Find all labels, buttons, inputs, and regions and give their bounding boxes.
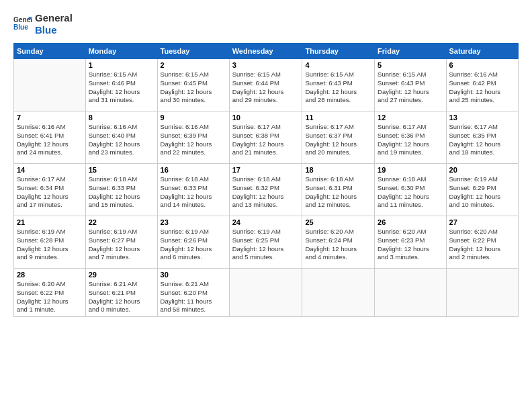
day-number: 17: [232, 166, 300, 174]
weekday-header-sunday: Sunday: [14, 44, 86, 59]
day-info: Sunrise: 6:17 AM Sunset: 6:38 PM Dayligh…: [232, 123, 300, 157]
day-cell: 14Sunrise: 6:17 AM Sunset: 6:34 PM Dayli…: [14, 164, 86, 216]
day-info: Sunrise: 6:15 AM Sunset: 6:43 PM Dayligh…: [305, 71, 371, 105]
day-number: 6: [449, 61, 515, 69]
day-cell: 16Sunrise: 6:18 AM Sunset: 6:33 PM Dayli…: [157, 164, 229, 216]
day-info: Sunrise: 6:19 AM Sunset: 6:29 PM Dayligh…: [449, 175, 515, 210]
day-number: 22: [89, 218, 154, 226]
day-number: 16: [161, 166, 226, 174]
day-cell: 8Sunrise: 6:16 AM Sunset: 6:40 PM Daylig…: [85, 111, 157, 164]
day-cell: 27Sunrise: 6:20 AM Sunset: 6:22 PM Dayli…: [446, 216, 518, 269]
day-cell: 15Sunrise: 6:18 AM Sunset: 6:33 PM Dayli…: [85, 164, 157, 216]
day-number: 12: [378, 113, 443, 122]
day-number: 1: [89, 61, 154, 69]
day-cell: [446, 269, 518, 317]
day-number: 13: [449, 113, 515, 122]
logo-icon: General Blue: [13, 15, 32, 34]
day-cell: 4Sunrise: 6:15 AM Sunset: 6:43 PM Daylig…: [302, 59, 375, 111]
week-row-2: 7Sunrise: 6:16 AM Sunset: 6:41 PM Daylig…: [14, 111, 519, 164]
day-number: 8: [89, 113, 154, 122]
day-cell: 28Sunrise: 6:20 AM Sunset: 6:22 PM Dayli…: [14, 269, 86, 317]
day-info: Sunrise: 6:21 AM Sunset: 6:20 PM Dayligh…: [161, 280, 226, 314]
day-cell: 5Sunrise: 6:15 AM Sunset: 6:43 PM Daylig…: [375, 59, 446, 111]
week-row-5: 28Sunrise: 6:20 AM Sunset: 6:22 PM Dayli…: [14, 269, 519, 317]
day-info: Sunrise: 6:18 AM Sunset: 6:30 PM Dayligh…: [378, 175, 443, 210]
day-number: 20: [449, 166, 515, 174]
day-info: Sunrise: 6:17 AM Sunset: 6:35 PM Dayligh…: [449, 123, 515, 157]
week-row-1: 1Sunrise: 6:15 AM Sunset: 6:46 PM Daylig…: [14, 59, 519, 111]
day-cell: 10Sunrise: 6:17 AM Sunset: 6:38 PM Dayli…: [229, 111, 302, 164]
day-number: 5: [378, 61, 443, 69]
week-row-4: 21Sunrise: 6:19 AM Sunset: 6:28 PM Dayli…: [14, 216, 519, 269]
day-number: 23: [161, 218, 226, 226]
weekday-header-thursday: Thursday: [302, 44, 375, 59]
day-cell: 17Sunrise: 6:18 AM Sunset: 6:32 PM Dayli…: [229, 164, 302, 216]
day-cell: 19Sunrise: 6:18 AM Sunset: 6:30 PM Dayli…: [375, 164, 446, 216]
day-cell: [302, 269, 375, 317]
logo-blue: Blue: [35, 24, 73, 36]
day-cell: 13Sunrise: 6:17 AM Sunset: 6:35 PM Dayli…: [446, 111, 518, 164]
calendar-table: SundayMondayTuesdayWednesdayThursdayFrid…: [13, 43, 519, 317]
day-cell: [14, 59, 86, 111]
day-number: 19: [378, 166, 443, 174]
day-info: Sunrise: 6:18 AM Sunset: 6:33 PM Dayligh…: [161, 175, 226, 210]
day-cell: 2Sunrise: 6:15 AM Sunset: 6:45 PM Daylig…: [157, 59, 229, 111]
day-cell: 26Sunrise: 6:20 AM Sunset: 6:23 PM Dayli…: [375, 216, 446, 269]
logo-general: General: [35, 12, 73, 24]
day-cell: 21Sunrise: 6:19 AM Sunset: 6:28 PM Dayli…: [14, 216, 86, 269]
day-info: Sunrise: 6:17 AM Sunset: 6:34 PM Dayligh…: [17, 175, 83, 210]
day-info: Sunrise: 6:19 AM Sunset: 6:28 PM Dayligh…: [17, 228, 83, 262]
day-info: Sunrise: 6:19 AM Sunset: 6:27 PM Dayligh…: [89, 228, 154, 262]
day-number: 24: [232, 218, 300, 226]
day-info: Sunrise: 6:16 AM Sunset: 6:41 PM Dayligh…: [17, 123, 83, 157]
weekday-header-wednesday: Wednesday: [229, 44, 302, 59]
day-info: Sunrise: 6:20 AM Sunset: 6:24 PM Dayligh…: [305, 228, 371, 262]
day-number: 25: [305, 218, 371, 226]
weekday-header-monday: Monday: [85, 44, 157, 59]
day-info: Sunrise: 6:16 AM Sunset: 6:39 PM Dayligh…: [161, 123, 226, 157]
day-cell: 7Sunrise: 6:16 AM Sunset: 6:41 PM Daylig…: [14, 111, 86, 164]
weekday-header-friday: Friday: [375, 44, 446, 59]
day-number: 11: [305, 113, 371, 122]
day-cell: 6Sunrise: 6:16 AM Sunset: 6:42 PM Daylig…: [446, 59, 518, 111]
day-number: 21: [17, 218, 83, 226]
day-cell: 1Sunrise: 6:15 AM Sunset: 6:46 PM Daylig…: [85, 59, 157, 111]
day-cell: 20Sunrise: 6:19 AM Sunset: 6:29 PM Dayli…: [446, 164, 518, 216]
day-info: Sunrise: 6:21 AM Sunset: 6:21 PM Dayligh…: [89, 280, 154, 314]
day-info: Sunrise: 6:18 AM Sunset: 6:31 PM Dayligh…: [305, 175, 371, 210]
svg-text:Blue: Blue: [13, 24, 28, 31]
day-number: 28: [17, 271, 83, 279]
day-number: 18: [305, 166, 371, 174]
day-info: Sunrise: 6:20 AM Sunset: 6:23 PM Dayligh…: [378, 228, 443, 262]
logo: General Blue General Blue: [13, 12, 73, 36]
weekday-header-row: SundayMondayTuesdayWednesdayThursdayFrid…: [14, 44, 519, 59]
day-cell: 12Sunrise: 6:17 AM Sunset: 6:36 PM Dayli…: [375, 111, 446, 164]
day-number: 26: [378, 218, 443, 226]
day-cell: 22Sunrise: 6:19 AM Sunset: 6:27 PM Dayli…: [85, 216, 157, 269]
header: General Blue General Blue: [13, 12, 519, 36]
weekday-header-saturday: Saturday: [446, 44, 518, 59]
day-info: Sunrise: 6:15 AM Sunset: 6:44 PM Dayligh…: [232, 71, 300, 105]
day-info: Sunrise: 6:17 AM Sunset: 6:37 PM Dayligh…: [305, 123, 371, 157]
day-cell: 24Sunrise: 6:19 AM Sunset: 6:25 PM Dayli…: [229, 216, 302, 269]
day-cell: 30Sunrise: 6:21 AM Sunset: 6:20 PM Dayli…: [157, 269, 229, 317]
day-number: 2: [161, 61, 226, 69]
day-cell: 3Sunrise: 6:15 AM Sunset: 6:44 PM Daylig…: [229, 59, 302, 111]
week-row-3: 14Sunrise: 6:17 AM Sunset: 6:34 PM Dayli…: [14, 164, 519, 216]
day-info: Sunrise: 6:19 AM Sunset: 6:25 PM Dayligh…: [232, 228, 300, 262]
day-cell: 29Sunrise: 6:21 AM Sunset: 6:21 PM Dayli…: [85, 269, 157, 317]
day-info: Sunrise: 6:15 AM Sunset: 6:43 PM Dayligh…: [378, 71, 443, 105]
day-cell: [229, 269, 302, 317]
day-number: 10: [232, 113, 300, 122]
day-cell: 18Sunrise: 6:18 AM Sunset: 6:31 PM Dayli…: [302, 164, 375, 216]
day-info: Sunrise: 6:18 AM Sunset: 6:33 PM Dayligh…: [89, 175, 154, 210]
day-cell: 11Sunrise: 6:17 AM Sunset: 6:37 PM Dayli…: [302, 111, 375, 164]
day-number: 4: [305, 61, 371, 69]
day-info: Sunrise: 6:20 AM Sunset: 6:22 PM Dayligh…: [449, 228, 515, 262]
day-info: Sunrise: 6:20 AM Sunset: 6:22 PM Dayligh…: [17, 280, 83, 314]
day-info: Sunrise: 6:16 AM Sunset: 6:42 PM Dayligh…: [449, 71, 515, 105]
day-number: 3: [232, 61, 300, 69]
day-cell: 9Sunrise: 6:16 AM Sunset: 6:39 PM Daylig…: [157, 111, 229, 164]
day-info: Sunrise: 6:16 AM Sunset: 6:40 PM Dayligh…: [89, 123, 154, 157]
day-number: 27: [449, 218, 515, 226]
